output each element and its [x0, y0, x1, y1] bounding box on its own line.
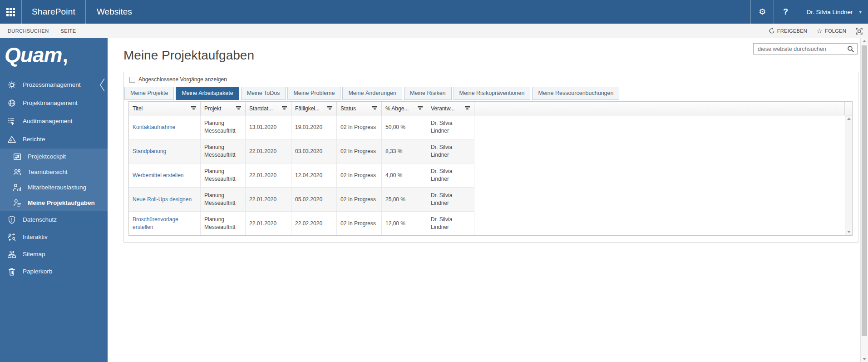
scrollbar-thumb[interactable]	[862, 45, 867, 336]
filter-icon[interactable]	[465, 106, 470, 111]
column-header-verantwortlich[interactable]: Verantw...	[427, 102, 474, 115]
column-label: Titel	[133, 105, 143, 112]
sidebar-item-projektcockpit[interactable]: Projektcockpit	[0, 149, 108, 164]
sidebar-item-mitarbeiterauslastung[interactable]: Mitarbeiterauslastung	[0, 180, 108, 195]
scroll-up-arrow-icon[interactable]	[863, 40, 866, 42]
tab-meine-arbeitspakete[interactable]: Meine Arbeitspakete	[176, 87, 239, 100]
task-due-date: 12.04.2020	[291, 164, 337, 187]
user-menu[interactable]: Dr. Silvia Lindner ▾	[797, 0, 868, 24]
table-row[interactable]: Neue Roll-Ups designen Planung Messeauft…	[129, 188, 474, 212]
sidebar-item-label: Berichte	[23, 136, 45, 143]
column-header-titel[interactable]: Titel	[129, 102, 201, 115]
sidebar-item-label: Auditmanagement	[23, 118, 73, 124]
sidebar-item-berichte[interactable]: Berichte	[0, 130, 108, 149]
task-due-date: 03.03.2020	[291, 139, 337, 163]
logo-text: Quam	[5, 43, 62, 67]
tab-meine-risikopraeventionen[interactable]: Meine Risikopräventionen	[454, 87, 531, 100]
focus-on-content-button[interactable]	[856, 28, 863, 35]
table-row[interactable]: Werbemittel erstellen Planung Messeauftr…	[129, 164, 474, 188]
scroll-up-arrow-icon[interactable]	[847, 118, 851, 120]
sharepoint-brand[interactable]: SharePoint	[22, 7, 85, 17]
task-title-link[interactable]: Werbemittel erstellen	[129, 164, 201, 187]
sidebar-item-teamuebersicht[interactable]: Teamübersicht	[0, 164, 108, 180]
filter-icon[interactable]	[418, 106, 423, 111]
tab-meine-probleme[interactable]: Meine Probleme	[287, 87, 340, 100]
help-icon[interactable]: ?	[774, 0, 797, 24]
filter-icon[interactable]	[327, 106, 333, 111]
column-header-startdatum[interactable]: Startdat...	[246, 102, 291, 115]
task-due-date: 05.02.2020	[291, 188, 337, 211]
table-row[interactable]: Broschürenvorlage erstellen Planung Mess…	[129, 212, 474, 235]
cockpit-sliders-icon	[12, 152, 22, 162]
sidebar-item-label: Interaktiv	[23, 233, 48, 240]
settings-gear-icon[interactable]: ⚙	[751, 0, 774, 24]
tab-meine-risiken[interactable]: Meine Risiken	[404, 87, 452, 100]
sidebar-collapse-button[interactable]	[99, 77, 106, 93]
tab-meine-aenderungen[interactable]: Meine Änderungen	[342, 87, 402, 100]
sidebar-item-label: Sitemap	[23, 251, 45, 258]
sidebar-navigation: Quam, Prozessmanagement Projektmanagemen…	[0, 38, 108, 362]
grid-vertical-scrollbar[interactable]	[845, 115, 852, 235]
app-launcher-waffle-icon[interactable]	[0, 0, 21, 24]
task-title-link[interactable]: Broschürenvorlage erstellen	[129, 212, 201, 235]
tasks-panel: Abgeschlossene Vorgänge anzeigen Meine P…	[123, 72, 858, 243]
task-status: 02 In Progress	[337, 164, 382, 187]
search-icon[interactable]	[847, 45, 854, 53]
logo-comma-mark: ,	[62, 44, 67, 66]
page-title: Meine Projektaufgaben	[123, 48, 254, 63]
task-due-date: 19.01.2020	[291, 115, 337, 139]
page-vertical-scrollbar[interactable]	[860, 38, 868, 362]
star-icon: ☆	[817, 28, 823, 34]
follow-button[interactable]: ☆ FOLGEN	[817, 28, 846, 34]
column-header-status[interactable]: Status	[337, 102, 382, 115]
show-completed-checkbox[interactable]	[129, 77, 135, 83]
sidebar-item-projektmanagement[interactable]: Projektmanagement	[0, 94, 108, 112]
process-gear-icon	[7, 80, 17, 90]
task-percent-complete: 8,33 %	[382, 139, 427, 163]
ribbon-tab-browse[interactable]: DURCHSUCHEN	[8, 28, 49, 34]
sidebar-item-papierkorb[interactable]: Papierkorb	[0, 263, 108, 280]
task-due-date: 22.02.2020	[291, 212, 337, 235]
team-people-icon	[12, 167, 22, 177]
sidebar-item-datenschutz[interactable]: Datenschutz	[0, 211, 108, 228]
user-name: Dr. Silvia Lindner	[806, 9, 853, 15]
sidebar-item-interaktiv[interactable]: Interaktiv	[0, 228, 108, 246]
sidebar-item-label: Papierkorb	[23, 268, 52, 275]
chevron-left-icon	[99, 77, 106, 93]
suitebar-section-label[interactable]: Websites	[86, 7, 143, 17]
sidebar-item-label: Meine Projektaufgaben	[28, 199, 95, 206]
column-header-faelligkeit[interactable]: Fälligkei...	[291, 102, 337, 115]
people-exchange-icon	[7, 232, 17, 242]
task-title-link[interactable]: Standplanung	[129, 139, 201, 163]
task-tabstrip: Meine Projekte Meine Arbeitspakete Meine…	[124, 85, 858, 100]
task-title-link[interactable]: Kontaktaufnahme	[129, 115, 201, 139]
sidebar-item-auditmanagement[interactable]: Auditmanagement	[0, 112, 108, 130]
show-completed-label: Abgeschlossene Vorgänge anzeigen	[138, 76, 227, 83]
sidebar-item-sitemap[interactable]: Sitemap	[0, 246, 108, 263]
column-label: Projekt	[204, 105, 221, 112]
sidebar-item-prozessmanagement[interactable]: Prozessmanagement	[0, 76, 108, 94]
main-content: Meine Projektaufgaben Abgeschlossene Vor…	[108, 38, 860, 362]
tab-meine-projekte[interactable]: Meine Projekte	[124, 87, 174, 100]
scroll-down-arrow-icon[interactable]	[863, 358, 866, 360]
table-row[interactable]: Standplanung Planung Messeauftritt 22.01…	[129, 139, 474, 164]
task-title-link[interactable]: Neue Roll-Ups designen	[129, 188, 201, 211]
tab-meine-ressourcenbuchungen[interactable]: Meine Ressourcenbuchungen	[532, 87, 619, 100]
site-search-box[interactable]	[753, 43, 858, 55]
scroll-down-arrow-icon[interactable]	[847, 231, 851, 233]
grid-body: Kontaktaufnahme Planung Messeauftritt 13…	[129, 115, 852, 235]
sidebar-item-meine-projektaufgaben[interactable]: Meine Projektaufgaben	[0, 195, 108, 211]
waffle-grid-icon	[6, 8, 15, 16]
tab-meine-todos[interactable]: Meine ToDos	[241, 87, 286, 100]
filter-icon[interactable]	[282, 106, 287, 111]
search-input[interactable]	[758, 46, 847, 52]
ribbon-tab-page[interactable]: SEITE	[61, 28, 76, 34]
filter-icon[interactable]	[236, 106, 242, 111]
column-header-projekt[interactable]: Projekt	[201, 102, 246, 115]
filter-icon[interactable]	[372, 106, 378, 111]
task-start-date: 22.01.2020	[246, 188, 291, 211]
table-row[interactable]: Kontaktaufnahme Planung Messeauftritt 13…	[129, 115, 474, 139]
column-header-abgeschlossen[interactable]: % Abge...	[382, 102, 427, 115]
filter-icon[interactable]	[191, 106, 197, 111]
share-button[interactable]: FREIGEBEN	[769, 28, 807, 34]
